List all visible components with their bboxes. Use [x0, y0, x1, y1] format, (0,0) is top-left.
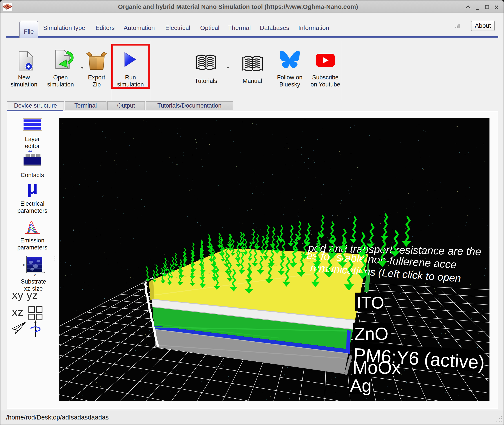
- svg-text:ZnO: ZnO: [354, 324, 389, 344]
- svg-text:ITO: ITO: [357, 293, 384, 312]
- svg-text:Ag: Ag: [350, 376, 371, 395]
- svg-text:z: z: [34, 273, 36, 277]
- svg-text:x: x: [23, 263, 25, 267]
- svg-text:MoOx: MoOx: [353, 358, 401, 378]
